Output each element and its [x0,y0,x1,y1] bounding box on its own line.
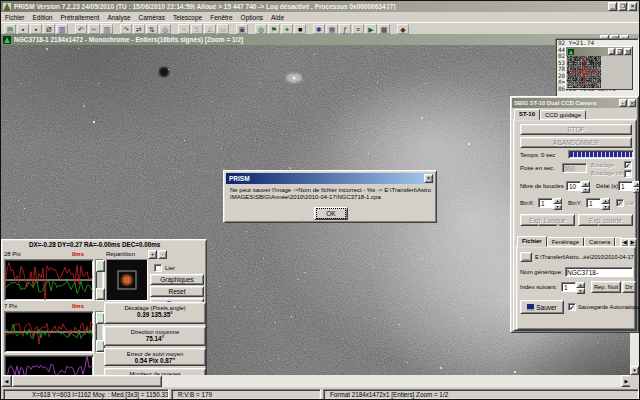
guide-graph-dx [4,259,94,301]
short-exposure-button[interactable]: Exp. courte [578,214,633,226]
tab-st[interactable]: ST-10 [514,109,540,120]
abort-button[interactable]: ABANDONNER [520,137,632,148]
dialog-title: PRISM [229,175,250,182]
loop-infinite-label: Bouclage infini [591,170,627,176]
menu-fichier[interactable]: Fichier [1,13,29,22]
flip-vertical-icon[interactable]: ⇅ [146,24,158,34]
loupe-titlebar: _ ❐ ✕ [566,47,632,56]
app-minimize-button[interactable]: _ [608,2,617,11]
lier-checkbox[interactable] [154,264,162,272]
image-window-title: NGC3718-1 2184x1472 - Monochrome - Entie… [14,36,243,43]
image-window-titlebar: NGC3718-1 2184x1472 - Monochrome - Entie… [1,34,639,45]
list-icon[interactable]: ≡ [352,24,364,34]
globe-icon[interactable]: ◍ [255,24,267,34]
loops-label: Nbre de boucles [520,183,564,189]
process-icon[interactable]: ▶ [365,24,377,34]
direction-box: Direction moyenne75.14° [104,326,206,346]
camera-rollup-button[interactable]: – [619,99,627,107]
sbig-camera-panel: SBIG ST-10 Dual CCD Camera – ✕ ST-10CCD … [510,96,639,333]
menu-fenetre[interactable]: Fenêtre [206,13,236,22]
crosshair-icon[interactable]: + [178,24,190,34]
menu-pretraitement[interactable]: Prétraitement [56,13,103,22]
graph2-slider[interactable] [95,311,104,353]
angle-icon[interactable]: ∠ [204,24,216,34]
delay-spinner[interactable]: 1 ▲▼ [618,181,640,193]
menu-edition[interactable]: Edition [29,13,57,22]
rectangle-icon[interactable]: ▭ [217,24,229,34]
package-icon[interactable]: ◆ [397,24,409,34]
table-icon[interactable]: ▦ [326,24,338,34]
menu-aide[interactable]: Aide [267,13,288,22]
save-icon[interactable]: ▪ [17,24,29,34]
telescope-icon[interactable]: ✦ [281,24,293,34]
tab-fichier[interactable]: Fichier [517,236,547,247]
save-button[interactable]: Sauver [520,300,564,314]
focus-icon[interactable]: ƒ [339,24,351,34]
flip-horizontal-icon[interactable]: ⇄ [133,24,145,34]
dialog-message: Ne peut sauver l'image ->Nom de fichier … [230,187,432,201]
graph2-label: 7 Pix [4,303,17,309]
zoom-icon[interactable]: ◎ [159,24,171,34]
flag-icon[interactable]: ⚑ [268,24,280,34]
generic-name-input[interactable] [565,267,633,277]
binx-spinner[interactable]: 1 ▲▼ [538,198,562,210]
reset-button[interactable]: Reset [150,286,204,297]
app-maximize-button[interactable]: ❐ [618,2,627,11]
camera-panel-title: SBIG ST-10 Dual CCD Camera [514,100,596,106]
prism-application-window: PRISM Version 7.2.23 24/05/2010 (TU : 15… [0,0,640,400]
loupe-close-button[interactable]: ✕ [624,48,631,55]
loop-checkbox[interactable]: ✓ [624,161,632,169]
menu-analyse[interactable]: Analyse [103,13,134,22]
expose-input[interactable] [562,163,587,173]
stop-button[interactable]: STOP [520,124,632,135]
tracking-error-box: Erreur de suivi moyen0.54 Pix 0.87" [104,348,206,366]
linked-checkbox[interactable]: ✓ [616,199,624,207]
cut-icon[interactable]: ✂ [88,24,100,34]
app-titlebar: PRISM Version 7.2.23 24/05/2010 (TU : 15… [1,1,639,12]
scroll-left-button[interactable]: ◀ [1,375,12,387]
night-screen-icon[interactable]: ■ [294,24,306,34]
loupe-restore-button[interactable]: ❐ [616,48,623,55]
save-all-icon[interactable]: ▪ [30,24,42,34]
error-dialog: PRISM ✕ Ne peut sauver l'image ->Nom de … [223,170,437,223]
loop-infinite-checkbox[interactable] [624,170,632,178]
copy-icon[interactable]: ▥ [101,24,113,34]
guiding-panel: DX=-0.28 DY=0.27 RA=-0.00ms DEC=0.00ms 2… [1,239,207,379]
biny-spinner[interactable]: 1 ▲▼ [586,198,610,210]
sum-icon[interactable]: Σ [191,24,203,34]
save-path-label: E:\Transfert\Astro...ée\2010\2010-04-17 [535,254,634,260]
zoom-in-button[interactable]: + [148,250,157,259]
status-format: Format 2184x1472x1 [Entiers] Zoom = 1/2 [323,389,639,400]
next-index-spinner[interactable]: 1 ▲▼ [561,282,585,294]
scroll-down-button[interactable]: ▼ [630,366,639,375]
browse-button[interactable]: ... [520,252,532,262]
long-exposure-button[interactable]: Exp. Longue [520,214,575,226]
horizontal-scroll-thumb[interactable] [12,375,162,387]
menu-telescope[interactable]: Telescope [169,13,206,22]
menu-options[interactable]: Options [237,13,267,22]
horizontal-scrollbar[interactable]: ◀ ▶ [1,375,632,387]
dir-button[interactable]: Dir [622,281,636,293]
loupe-minimize-button[interactable]: _ [608,48,615,55]
dialog-ok-button[interactable]: OK [314,207,348,220]
camera-close-button[interactable]: ✕ [628,99,636,107]
app-close-button[interactable]: ✕ [628,2,637,11]
rep-nuit-button[interactable]: Rep. Nuit [591,281,621,293]
graph1-slider[interactable] [95,259,104,301]
loops-spinner[interactable]: 10 ▲▼ [566,181,590,193]
image-window-icon[interactable]: ▣ [236,24,248,34]
info-icon[interactable]: Ø [43,24,55,34]
open-file-icon[interactable]: ▤ [4,24,16,34]
dialog-close-button[interactable]: ✕ [424,174,433,183]
menu-cameras[interactable]: Caméras [135,13,169,22]
grid-icon[interactable]: ▩ [378,24,390,34]
autosave-checkbox[interactable]: ✓ [568,303,576,311]
guiding-header: DX=-0.28 DY=0.27 RA=-0.00ms DEC=0.00ms [2,241,206,248]
rotate-icon[interactable]: ↷ [120,24,132,34]
zoom-out-button[interactable]: - [158,250,167,259]
find-star-icon[interactable]: ✱ [313,24,325,34]
undo-icon[interactable]: ↶ [75,24,87,34]
binx-label: BinX: [520,200,534,206]
graphiques-button[interactable]: Graphiques [150,274,204,285]
display-settings-icon[interactable]: ▥ [56,24,68,34]
